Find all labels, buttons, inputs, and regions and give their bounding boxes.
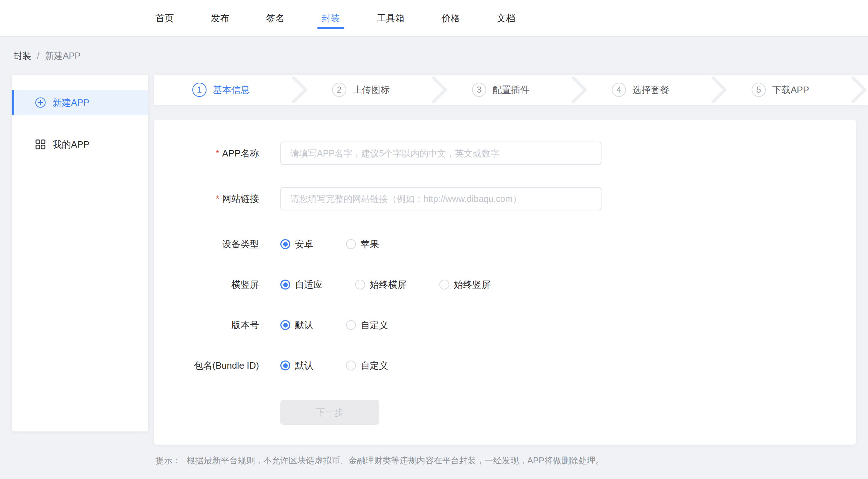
required-asterisk: *	[216, 193, 219, 204]
form-card: *APP名称 *网站链接 设备类型 安卓	[154, 120, 856, 445]
radio-adaptive[interactable]: 自适应	[280, 279, 323, 291]
field-bundle-id: 包名(Bundle ID) 默认 自定义	[154, 354, 856, 377]
radio-unchecked-icon	[346, 320, 356, 330]
step-number: 1	[192, 83, 207, 97]
field-site-url: *网站链接	[154, 187, 856, 210]
field-version: 版本号 默认 自定义	[154, 313, 856, 337]
required-asterisk: *	[216, 148, 219, 159]
field-label: *网站链接	[154, 193, 259, 205]
site-url-input[interactable]	[280, 187, 601, 210]
hint-text: 根据最新平台规则，不允许区块链虚拟币、金融理财类等违规内容在平台封装，一经发现，…	[187, 455, 604, 467]
radio-unchecked-icon	[346, 239, 356, 249]
step-label: 上传图标	[353, 84, 390, 96]
sidebar-item-label: 新建APP	[53, 97, 89, 109]
platform-rules-hint: 提示： 根据最新平台规则，不允许区块链虚拟币、金融理财类等违规内容在平台封装，一…	[154, 455, 868, 467]
step-label: 配置插件	[493, 84, 529, 96]
step-label: 基本信息	[213, 84, 250, 96]
nav-item-pricing[interactable]: 价格	[441, 0, 460, 36]
step-basic-info: 1 基本信息	[154, 75, 294, 105]
nav-item-package[interactable]: 封装	[322, 0, 340, 36]
submit-row: 下一步	[154, 400, 856, 425]
radio-always-landscape[interactable]: 始终横屏	[355, 279, 407, 291]
content: 新建APP 我的APP 1 基本信息 2	[0, 75, 868, 467]
breadcrumb: 封装 / 新建APP	[0, 37, 868, 75]
breadcrumb-section[interactable]: 封装	[13, 50, 31, 62]
field-label: *APP名称	[154, 147, 259, 160]
radio-ios[interactable]: 苹果	[346, 238, 379, 250]
sidebar-item-new-app[interactable]: 新建APP	[12, 90, 148, 115]
field-orientation: 横竖屏 自适应 始终横屏 始终竖屏	[154, 273, 856, 296]
plus-circle-icon	[35, 97, 46, 108]
step-number: 4	[612, 83, 626, 97]
radio-checked-icon	[280, 239, 290, 249]
breadcrumb-separator: /	[37, 51, 39, 61]
radio-unchecked-icon	[355, 280, 365, 290]
step-select-plan: 4 选择套餐	[573, 75, 713, 105]
nav-item-docs[interactable]: 文档	[497, 0, 515, 36]
radio-checked-icon	[280, 280, 290, 290]
stepper: 1 基本信息 2 上传图标 3 配置插件 4 选择套餐 5 下载APP	[154, 75, 868, 105]
sidebar-item-my-app[interactable]: 我的APP	[12, 132, 148, 157]
step-number: 5	[752, 83, 766, 97]
nav-item-toolbox[interactable]: 工具箱	[377, 0, 405, 36]
radio-checked-icon	[280, 360, 290, 370]
field-label: 版本号	[154, 319, 259, 331]
field-label: 设备类型	[154, 238, 259, 250]
nav-item-sign[interactable]: 签名	[266, 0, 285, 36]
radio-bundle-custom[interactable]: 自定义	[346, 359, 388, 372]
radio-version-custom[interactable]: 自定义	[346, 319, 388, 331]
field-device-type: 设备类型 安卓 苹果	[154, 232, 856, 256]
radio-checked-icon	[280, 320, 290, 330]
step-label: 下载APP	[772, 84, 809, 96]
sidebar-item-label: 我的APP	[53, 138, 89, 151]
next-step-button[interactable]: 下一步	[280, 400, 379, 425]
field-label: 横竖屏	[154, 279, 259, 291]
step-number: 2	[332, 83, 346, 97]
radio-unchecked-icon	[346, 360, 356, 370]
step-config-plugins: 3 配置插件	[434, 75, 573, 105]
nav-item-publish[interactable]: 发布	[211, 0, 229, 36]
top-nav: 首页 发布 签名 封装 工具箱 价格 文档	[0, 0, 868, 37]
grid-squares-icon	[35, 139, 46, 150]
radio-bundle-default[interactable]: 默认	[280, 359, 313, 372]
radio-version-default[interactable]: 默认	[280, 319, 313, 331]
radio-unchecked-icon	[439, 280, 449, 290]
main-panel: 1 基本信息 2 上传图标 3 配置插件 4 选择套餐 5 下载APP	[154, 75, 868, 467]
step-download-app: 5 下载APP	[713, 75, 853, 105]
radio-android[interactable]: 安卓	[280, 238, 313, 250]
field-app-name: *APP名称	[154, 142, 856, 165]
chevron-separator-icon	[839, 76, 867, 104]
radio-always-portrait[interactable]: 始终竖屏	[439, 279, 491, 291]
field-label: 包名(Bundle ID)	[154, 359, 259, 372]
hint-prefix: 提示：	[155, 455, 181, 467]
nav-item-home[interactable]: 首页	[155, 0, 174, 36]
step-number: 3	[472, 83, 486, 97]
sidebar: 新建APP 我的APP	[12, 75, 148, 431]
step-label: 选择套餐	[632, 84, 669, 96]
breadcrumb-current: 新建APP	[45, 50, 81, 62]
step-upload-icon: 2 上传图标	[294, 75, 434, 105]
app-name-input[interactable]	[280, 142, 601, 165]
